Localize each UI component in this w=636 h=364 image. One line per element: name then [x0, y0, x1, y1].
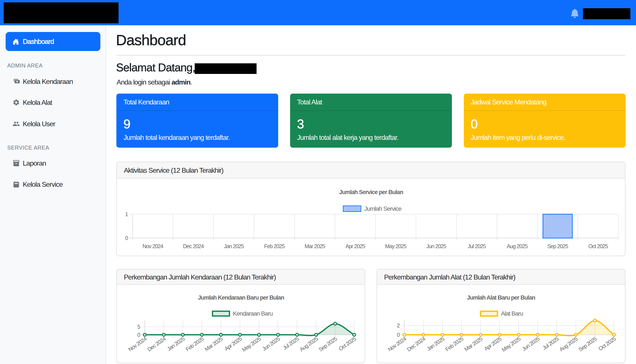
- svg-text:Sep 2025: Sep 2025: [317, 336, 338, 352]
- svg-text:5: 5: [137, 324, 140, 330]
- svg-text:Oct 2025: Oct 2025: [338, 336, 357, 352]
- svg-text:May 2025: May 2025: [501, 336, 522, 353]
- svg-text:0: 0: [125, 235, 128, 241]
- svg-text:Apr 2025: Apr 2025: [346, 243, 365, 249]
- svg-text:Aug 2025: Aug 2025: [558, 336, 579, 352]
- svg-text:Feb 2025: Feb 2025: [185, 336, 205, 352]
- svg-text:Feb 2025: Feb 2025: [264, 243, 285, 249]
- svg-text:Jul 2025: Jul 2025: [468, 243, 486, 249]
- svg-text:Dec 2024: Dec 2024: [146, 336, 167, 352]
- svg-text:0: 0: [397, 332, 400, 338]
- svg-text:Oct 2025: Oct 2025: [597, 336, 617, 352]
- svg-text:Apr 2025: Apr 2025: [483, 336, 503, 352]
- svg-text:Jumlah Service: Jumlah Service: [364, 205, 402, 212]
- svg-text:Dec 2024: Dec 2024: [406, 336, 427, 352]
- svg-text:Jun 2025: Jun 2025: [426, 243, 446, 249]
- svg-text:Mar 2025: Mar 2025: [304, 243, 325, 249]
- svg-text:Jun 2025: Jun 2025: [521, 336, 541, 352]
- svg-text:Nov 2024: Nov 2024: [127, 336, 148, 352]
- svg-text:Jumlah Alat Baru per Bulan: Jumlah Alat Baru per Bulan: [467, 294, 535, 301]
- svg-text:Mar 2025: Mar 2025: [463, 336, 483, 352]
- svg-text:Jan 2025: Jan 2025: [426, 336, 445, 352]
- svg-text:2: 2: [397, 322, 400, 328]
- svg-text:Nov 2024: Nov 2024: [143, 243, 164, 249]
- svg-text:Kendaraan Baru: Kendaraan Baru: [233, 310, 272, 317]
- svg-text:Nov 2024: Nov 2024: [387, 336, 408, 352]
- svg-text:Jul 2025: Jul 2025: [541, 336, 560, 351]
- svg-text:May 2025: May 2025: [385, 243, 407, 249]
- svg-text:Feb 2025: Feb 2025: [444, 336, 464, 352]
- svg-text:Aug 2025: Aug 2025: [507, 243, 528, 249]
- svg-text:Sep 2025: Sep 2025: [577, 336, 598, 352]
- svg-text:Jumlah Kendaraan Baru per Bula: Jumlah Kendaraan Baru per Bulan: [198, 294, 284, 301]
- svg-text:Apr 2025: Apr 2025: [223, 336, 243, 352]
- svg-text:Sep 2025: Sep 2025: [547, 243, 568, 249]
- svg-text:Aug 2025: Aug 2025: [298, 336, 319, 352]
- svg-text:Jul 2025: Jul 2025: [282, 336, 300, 351]
- svg-text:Jan 2025: Jan 2025: [224, 243, 244, 249]
- svg-text:Dec 2024: Dec 2024: [183, 243, 204, 249]
- svg-text:Oct 2025: Oct 2025: [588, 243, 608, 249]
- svg-text:Alat Baru: Alat Baru: [501, 310, 523, 317]
- svg-text:Jun 2025: Jun 2025: [261, 336, 281, 352]
- svg-text:May 2025: May 2025: [241, 336, 262, 353]
- svg-text:1: 1: [125, 211, 128, 217]
- svg-text:Mar 2025: Mar 2025: [204, 336, 224, 352]
- svg-text:0: 0: [137, 332, 140, 338]
- svg-text:Jan 2025: Jan 2025: [166, 336, 186, 352]
- svg-text:Jumlah Service per Bulan: Jumlah Service per Bulan: [339, 189, 403, 196]
